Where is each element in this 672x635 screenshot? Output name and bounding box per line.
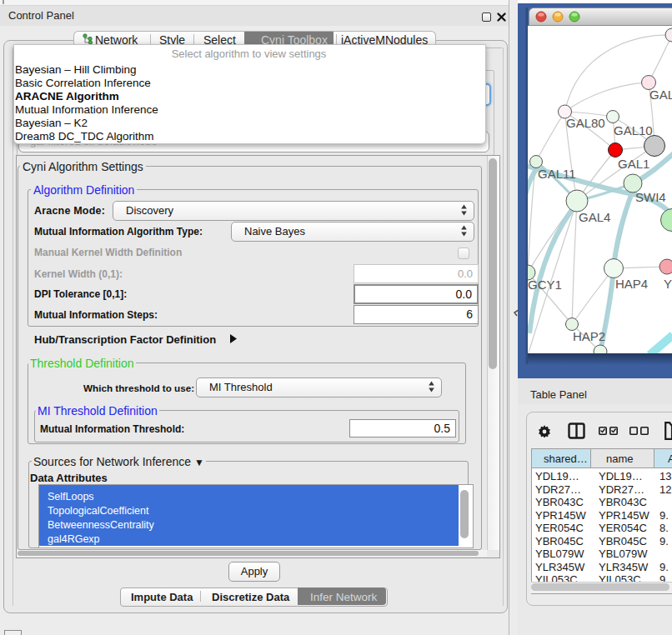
svg-text:GAL: GAL xyxy=(649,88,672,102)
svg-text:GAL11: GAL11 xyxy=(538,167,576,181)
svg-text:HAP2: HAP2 xyxy=(573,329,605,343)
svg-text:GCY1: GCY1 xyxy=(528,278,562,292)
svg-text:GAL80: GAL80 xyxy=(566,116,605,130)
svg-text:HAP4: HAP4 xyxy=(615,277,648,291)
svg-text:Y: Y xyxy=(664,277,672,291)
svg-text:SWI4: SWI4 xyxy=(635,190,666,204)
svg-text:GAL1: GAL1 xyxy=(618,157,649,171)
svg-text:GAL10: GAL10 xyxy=(614,123,653,138)
svg-text:GAL4: GAL4 xyxy=(579,210,610,224)
